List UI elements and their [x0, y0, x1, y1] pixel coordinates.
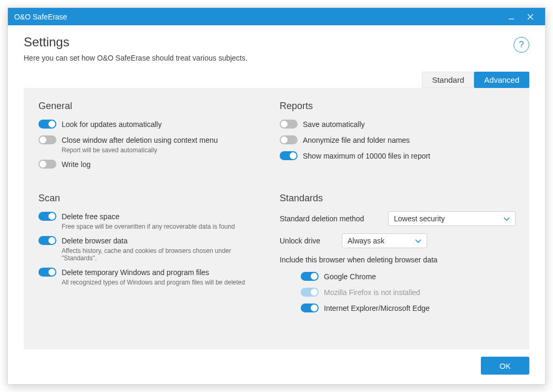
opt-save-auto: Save automatically — [280, 119, 516, 130]
opt-save-auto-label: Save automatically — [303, 119, 365, 130]
tab-standard[interactable]: Standard — [422, 72, 474, 88]
method-select[interactable]: Lowest security — [388, 211, 516, 226]
chevron-down-icon — [415, 237, 421, 245]
opt-updates-label: Look for updates automatically — [62, 119, 162, 130]
include-note: Include this browser when deleting brows… — [280, 256, 516, 264]
opt-writelog: Write log — [38, 159, 267, 170]
section-standards: Standards Standard deletion method Lowes… — [280, 193, 516, 319]
minimize-icon — [508, 14, 515, 20]
toggle-chrome[interactable] — [301, 272, 319, 281]
toggle-anonymize[interactable] — [280, 135, 298, 144]
toggle-save-auto[interactable] — [280, 120, 298, 129]
titlebar: O&O SafeErase — [8, 8, 545, 25]
app-window: O&O SafeErase Settings Here you can set … — [7, 7, 546, 385]
opt-freespace-desc: Free space will be overwritten if any re… — [62, 223, 235, 230]
opt-closewin-desc: Report will be saved automatically — [62, 146, 218, 154]
settings-panel: General Look for updates automatically C… — [24, 88, 529, 349]
opt-firefox-label: Mozilla Firefox is not installed — [324, 287, 420, 298]
toggle-browserdata[interactable] — [38, 236, 56, 245]
method-value: Lowest security — [394, 214, 445, 223]
opt-tempfiles-desc: All recognized types of Windows and prog… — [62, 279, 245, 286]
tab-advanced[interactable]: Advanced — [474, 72, 529, 88]
opt-updates: Look for updates automatically — [38, 119, 267, 130]
chevron-down-icon — [503, 214, 510, 223]
opt-tempfiles: Delete temporary Windows and program fil… — [38, 267, 267, 286]
opt-freespace: Delete free space Free space will be ove… — [38, 211, 267, 230]
opt-anonymize: Anonymize file and folder names — [280, 135, 516, 145]
opt-anonymize-label: Anonymize file and folder names — [303, 135, 410, 145]
section-reports-title: Reports — [280, 101, 516, 112]
opt-writelog-label: Write log — [62, 159, 91, 170]
section-general: General Look for updates automatically C… — [38, 101, 267, 175]
opt-closewin: Close window after deletion using contex… — [38, 135, 267, 154]
toggle-maxfiles[interactable] — [280, 151, 298, 160]
help-icon: ? — [519, 40, 524, 50]
toggle-writelog[interactable] — [38, 160, 56, 169]
unlock-select[interactable]: Always ask — [342, 233, 427, 248]
window-title: O&O SafeErase — [14, 13, 502, 21]
opt-maxfiles: Show maximum of 10000 files in report — [280, 151, 516, 161]
close-button[interactable] — [521, 8, 540, 25]
row-unlock: Unlock drive Always ask — [280, 233, 516, 248]
toggle-edge[interactable] — [301, 303, 319, 312]
section-scan-title: Scan — [38, 193, 267, 204]
opt-tempfiles-label: Delete temporary Windows and program fil… — [62, 267, 245, 278]
page-title: Settings — [24, 35, 514, 50]
opt-maxfiles-label: Show maximum of 10000 files in report — [303, 151, 430, 161]
toggle-freespace[interactable] — [38, 212, 56, 221]
minimize-button[interactable] — [502, 8, 521, 25]
help-button[interactable]: ? — [514, 37, 529, 53]
toggle-tempfiles[interactable] — [38, 268, 56, 277]
unlock-label: Unlock drive — [280, 237, 332, 245]
row-method: Standard deletion method Lowest security — [280, 211, 516, 226]
toggle-updates[interactable] — [38, 120, 56, 129]
content-area: Settings Here you can set how O&O SafeEr… — [8, 25, 545, 384]
section-scan: Scan Delete free space Free space will b… — [38, 193, 267, 319]
section-reports: Reports Save automatically Anonymize fil… — [280, 101, 516, 175]
opt-freespace-label: Delete free space — [62, 211, 235, 222]
opt-chrome-label: Google Chrome — [324, 271, 376, 282]
opt-browserdata-desc: Affects history, cache and cookies of br… — [62, 247, 267, 262]
opt-firefox: Mozilla Firefox is not installed — [301, 287, 516, 298]
method-label: Standard deletion method — [280, 214, 379, 223]
header-left: Settings Here you can set how O&O SafeEr… — [24, 35, 514, 62]
section-general-title: General — [38, 101, 267, 112]
opt-chrome: Google Chrome — [301, 271, 516, 282]
unlock-value: Always ask — [348, 237, 384, 245]
opt-browserdata: Delete browser data Affects history, cac… — [38, 236, 267, 262]
header-row: Settings Here you can set how O&O SafeEr… — [24, 35, 529, 62]
section-standards-title: Standards — [280, 193, 516, 204]
close-icon — [527, 14, 534, 20]
opt-closewin-label: Close window after deletion using contex… — [62, 135, 218, 145]
opt-edge-label: Internet Explorer/Microsoft Edge — [324, 303, 430, 313]
toggle-closewin[interactable] — [38, 135, 56, 144]
opt-browserdata-label: Delete browser data — [62, 236, 267, 246]
footer: OK — [24, 349, 529, 375]
ok-button[interactable]: OK — [481, 357, 529, 375]
opt-edge: Internet Explorer/Microsoft Edge — [301, 303, 516, 313]
tabs: Standard Advanced — [24, 72, 529, 88]
page-subtitle: Here you can set how O&O SafeErase shoul… — [24, 54, 514, 62]
toggle-firefox — [301, 288, 319, 297]
